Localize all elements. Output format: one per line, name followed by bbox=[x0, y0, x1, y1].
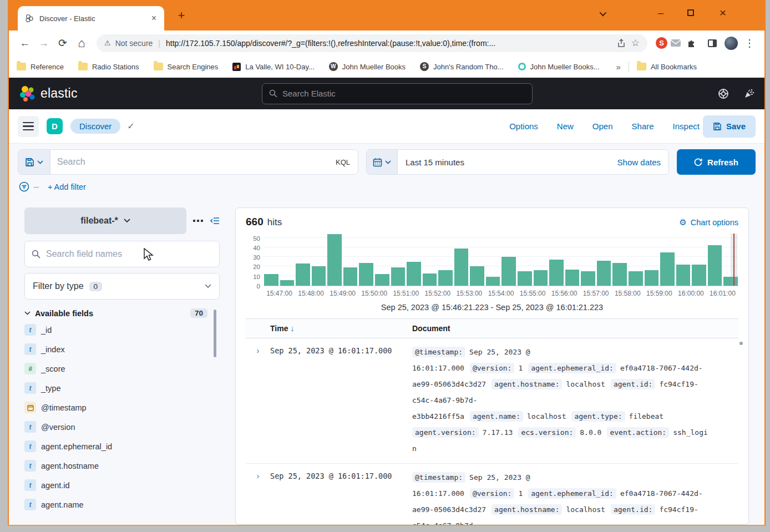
histogram-bar[interactable] bbox=[660, 252, 675, 286]
histogram-bar[interactable] bbox=[454, 249, 469, 286]
histogram-bar[interactable] bbox=[264, 274, 278, 286]
histogram-bar[interactable] bbox=[312, 266, 326, 286]
histogram-bar[interactable] bbox=[612, 263, 627, 286]
browser-tab[interactable]: Discover - Elastic × bbox=[18, 6, 164, 31]
field-item[interactable]: tagent.ephemeral_id bbox=[24, 437, 220, 456]
bookmark-item[interactable]: Reference bbox=[17, 63, 64, 71]
histogram-bar[interactable] bbox=[692, 265, 706, 286]
histogram-bar[interactable] bbox=[645, 270, 659, 286]
histogram-bar[interactable] bbox=[470, 266, 484, 286]
histogram-bar[interactable] bbox=[676, 265, 691, 286]
histogram-bar[interactable] bbox=[327, 234, 342, 286]
bookmark-item[interactable]: La Valle, WI 10-Day... bbox=[232, 63, 315, 71]
not-secure-warning-icon[interactable]: ⚠ bbox=[104, 39, 111, 47]
time-column-header[interactable]: Time↓ bbox=[270, 324, 412, 333]
table-scrollbar-dot[interactable] bbox=[739, 342, 743, 345]
nav-link-options[interactable]: Options bbox=[509, 121, 538, 131]
histogram-bar[interactable] bbox=[597, 261, 611, 286]
expand-row-icon[interactable]: › bbox=[246, 344, 270, 457]
extension-shield-icon[interactable]: S bbox=[656, 37, 667, 49]
bookmark-item[interactable]: SJohn's Random Tho... bbox=[420, 62, 504, 71]
kql-label[interactable]: KQL bbox=[336, 158, 350, 166]
filter-icon[interactable] bbox=[19, 181, 29, 192]
field-item[interactable]: t_id bbox=[24, 320, 220, 340]
field-item[interactable]: tagent.name bbox=[24, 495, 220, 514]
histogram-bar[interactable] bbox=[534, 270, 548, 286]
sidebar-scrollbar[interactable] bbox=[214, 310, 216, 357]
time-range-value[interactable]: Last 15 minutes bbox=[406, 158, 617, 167]
bookmark-item[interactable]: Radio Stations bbox=[78, 63, 139, 71]
new-tab-button[interactable]: + bbox=[173, 8, 190, 24]
histogram-bar[interactable] bbox=[629, 271, 643, 286]
bookmarks-overflow-button[interactable]: » bbox=[616, 62, 621, 72]
table-row[interactable]: ›Sep 25, 2023 @ 16:01:17.000@timestamp:S… bbox=[246, 464, 738, 525]
field-item[interactable]: t_index bbox=[24, 340, 220, 359]
histogram-bar[interactable] bbox=[296, 264, 310, 286]
document-column-header[interactable]: Document bbox=[412, 324, 738, 333]
field-item[interactable]: t@version bbox=[24, 417, 220, 437]
field-search-input[interactable]: Search field names bbox=[24, 241, 220, 267]
forward-button[interactable]: → bbox=[34, 37, 53, 49]
histogram-bar[interactable] bbox=[518, 271, 532, 286]
nav-link-inspect[interactable]: Inspect bbox=[673, 121, 700, 131]
histogram-bar[interactable] bbox=[407, 262, 421, 286]
window-minimize-button[interactable]: – bbox=[648, 3, 673, 22]
tab-close-icon[interactable]: × bbox=[149, 13, 159, 23]
field-item[interactable]: tagent.id bbox=[24, 475, 220, 495]
date-quick-menu-button[interactable] bbox=[367, 150, 398, 174]
saved-query-menu-button[interactable] bbox=[18, 150, 50, 174]
menu-hamburger-icon[interactable] bbox=[18, 116, 39, 137]
filter-by-type-dropdown[interactable]: Filter by type 0 bbox=[24, 273, 220, 300]
elastic-logo[interactable]: elastic bbox=[19, 85, 78, 102]
save-button[interactable]: Save bbox=[703, 115, 756, 138]
histogram-bar[interactable] bbox=[581, 271, 595, 286]
browser-menu-icon[interactable]: ⋮ bbox=[741, 37, 758, 49]
nav-link-share[interactable]: Share bbox=[632, 121, 654, 131]
date-picker[interactable]: Last 15 minutes Show dates bbox=[366, 149, 669, 175]
extension-mail-icon[interactable] bbox=[670, 39, 687, 47]
histogram-bar[interactable] bbox=[708, 245, 722, 286]
histogram-bar[interactable] bbox=[280, 280, 295, 286]
field-item[interactable]: t_type bbox=[24, 378, 220, 398]
breadcrumb[interactable]: Discover bbox=[70, 119, 120, 134]
window-close-button[interactable]: × bbox=[710, 3, 736, 22]
expand-row-icon[interactable]: › bbox=[246, 469, 270, 525]
histogram-bar[interactable] bbox=[486, 277, 500, 286]
address-bar[interactable]: ⚠ Not secure | http://172.105.7.150/app/… bbox=[97, 34, 647, 52]
reload-button[interactable]: ⟳ bbox=[53, 37, 72, 49]
sort-down-icon[interactable]: ↓ bbox=[290, 324, 294, 333]
histogram-bar[interactable] bbox=[359, 263, 373, 286]
chart-plot-area[interactable] bbox=[264, 234, 738, 286]
profile-avatar[interactable] bbox=[725, 37, 738, 50]
bookmark-item[interactable]: WJohn Mueller Books bbox=[329, 62, 406, 71]
refresh-button[interactable]: Refresh bbox=[677, 149, 756, 175]
index-pattern-select[interactable]: filebeat-* bbox=[24, 207, 186, 234]
available-fields-header[interactable]: Available fields 70 bbox=[24, 308, 220, 318]
news-party-icon[interactable] bbox=[743, 88, 754, 99]
nav-link-open[interactable]: Open bbox=[592, 121, 613, 131]
field-item[interactable]: tagent.hostname bbox=[24, 456, 220, 475]
histogram-bar[interactable] bbox=[438, 270, 453, 286]
extension-puzzle-icon[interactable] bbox=[687, 38, 703, 48]
index-options-icon[interactable] bbox=[193, 220, 203, 222]
kql-search-input[interactable]: Search KQL bbox=[18, 149, 358, 175]
tab-search-button[interactable] bbox=[589, 3, 615, 22]
histogram-bar[interactable] bbox=[549, 260, 564, 286]
histogram-bar[interactable] bbox=[391, 267, 406, 286]
side-panel-icon[interactable] bbox=[708, 39, 717, 47]
histogram-bar[interactable] bbox=[375, 274, 389, 286]
show-dates-button[interactable]: Show dates bbox=[617, 158, 661, 167]
add-filter-button[interactable]: + Add filter bbox=[48, 183, 86, 191]
bookmark-item[interactable]: John Mueller Books... bbox=[518, 63, 600, 71]
back-button[interactable]: ← bbox=[16, 37, 34, 49]
bookmark-star-icon[interactable]: ☆ bbox=[631, 37, 640, 49]
window-maximize-button[interactable] bbox=[678, 3, 703, 22]
chart-options-button[interactable]: ⚙ Chart options bbox=[679, 217, 738, 227]
share-icon[interactable] bbox=[617, 39, 626, 48]
space-avatar[interactable]: D bbox=[47, 118, 63, 134]
histogram-bar[interactable] bbox=[343, 267, 358, 286]
bookmark-item[interactable]: Search Engines bbox=[154, 63, 219, 71]
all-bookmarks-button[interactable]: All Bookmarks bbox=[637, 63, 697, 71]
histogram-bar[interactable] bbox=[423, 273, 437, 286]
table-row[interactable]: ›Sep 25, 2023 @ 16:01:17.000@timestamp:S… bbox=[246, 338, 738, 464]
